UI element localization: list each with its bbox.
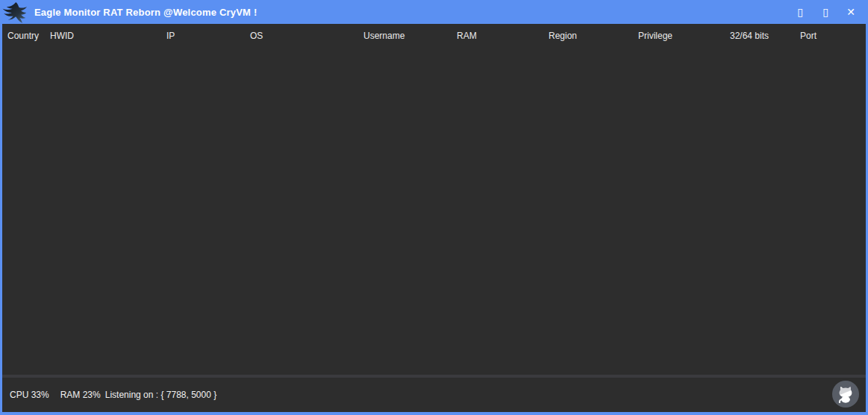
- column-header-username[interactable]: Username: [363, 31, 405, 41]
- cpu-usage-label: CPU 33%: [10, 390, 49, 400]
- app-window: Eagle Monitor RAT Reborn @Welcome CryVM …: [0, 0, 868, 415]
- listening-ports-label: Listening on : { 7788, 5000 }: [105, 390, 216, 400]
- column-header-country[interactable]: Country: [7, 31, 39, 41]
- ram-usage-label: RAM 23%: [60, 390, 101, 400]
- status-bar: CPU 33% RAM 23% Listening on : { 7788, 5…: [2, 378, 866, 412]
- client-area: Country HWID IP OS Username RAM Region P…: [2, 24, 866, 412]
- close-button[interactable]: ✕: [838, 0, 864, 24]
- column-header-hwid[interactable]: HWID: [50, 31, 74, 41]
- column-header-ram[interactable]: RAM: [457, 31, 477, 41]
- window-title: Eagle Monitor RAT Reborn @Welcome CryVM …: [34, 7, 257, 18]
- maximize-button[interactable]: ▯: [813, 0, 838, 24]
- title-bar[interactable]: Eagle Monitor RAT Reborn @Welcome CryVM …: [0, 0, 868, 24]
- column-header-port[interactable]: Port: [800, 31, 817, 41]
- client-list-empty-area[interactable]: [2, 46, 866, 375]
- column-header-bits[interactable]: 32/64 bits: [730, 31, 769, 41]
- column-header-ip[interactable]: IP: [166, 31, 175, 41]
- column-header-privilege[interactable]: Privilege: [638, 31, 672, 41]
- minimize-button[interactable]: ▯: [787, 0, 813, 24]
- maximize-icon: ▯: [822, 6, 828, 18]
- github-octocat-icon[interactable]: [831, 380, 860, 408]
- close-icon: ✕: [846, 6, 855, 18]
- client-table-header: Country HWID IP OS Username RAM Region P…: [2, 24, 866, 46]
- eagle-logo-icon: [1, 1, 31, 24]
- column-header-region[interactable]: Region: [549, 31, 577, 41]
- column-header-os[interactable]: OS: [250, 31, 263, 41]
- minimize-icon: ▯: [797, 6, 803, 18]
